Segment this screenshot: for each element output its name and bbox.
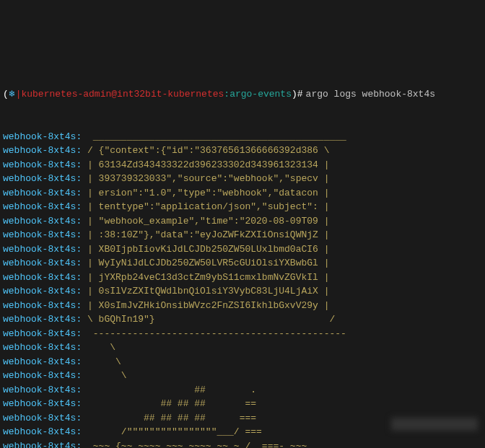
log-line: webhook-8xt4s: ## . [3, 383, 482, 398]
log-line: webhook-8xt4s: | "webhook_example","time… [3, 214, 482, 229]
log-line: webhook-8xt4s: | :38:10Z"},"data":"eyJoZ… [3, 228, 482, 242]
pod-name-label: webhook-8xt4s: [3, 272, 82, 283]
log-line: webhook-8xt4s: \ bGQhIn19"} / [3, 312, 482, 327]
log-line: webhook-8xt4s: | ersion":"1.0","type":"w… [3, 186, 482, 201]
prompt-open-paren: ( [3, 87, 9, 102]
log-content: | "webhook_example","time":"2020-08-09T0… [82, 216, 329, 227]
pod-name-label: webhook-8xt4s: [3, 426, 82, 437]
pod-name-label: webhook-8xt4s: [3, 173, 82, 184]
log-line: webhook-8xt4s: | jYXRpb24veC13d3ctZm9ybS… [3, 271, 482, 285]
log-content: | 393739323033","source":"webhook","spec… [82, 173, 329, 184]
log-line: webhook-8xt4s: | X0sImJvZHkiOnsibWVzc2Fn… [3, 299, 482, 313]
log-content: \ bGQhIn19"} / [82, 314, 335, 325]
log-line: webhook-8xt4s: _________________________… [3, 130, 482, 144]
log-content: | WyIyNiJdLCJDb250ZW50LVR5cGUiOlsiYXBwbG… [82, 258, 329, 268]
pod-name-label: webhook-8xt4s: [3, 201, 82, 212]
prompt-symbol: # [297, 87, 303, 102]
log-content: | 63134Zd343433322d396233302d34396132313… [82, 159, 329, 170]
log-line: webhook-8xt4s: / {"context":{"id":"36376… [3, 144, 482, 158]
command-text: argo logs webhook-8xt4s [306, 87, 435, 102]
pod-name-label: webhook-8xt4s: [3, 356, 82, 367]
log-line: webhook-8xt4s: | 63134Zd343433322d396233… [3, 158, 482, 172]
pod-name-label: webhook-8xt4s: [3, 441, 82, 449]
log-content: | tenttype":"application/json","subject"… [82, 201, 329, 212]
log-content: | XB0IjpbIiovKiJdLCJDb250ZW50LUxlbmd0aCI… [82, 244, 329, 255]
pod-name-label: webhook-8xt4s: [3, 286, 82, 297]
log-content: ## ## ## ## === [82, 413, 256, 423]
log-content: \ [82, 342, 115, 353]
pod-name-label: webhook-8xt4s: [3, 314, 82, 325]
snowflake-icon: ❄ [9, 87, 15, 102]
log-content: | ersion":"1.0","type":"webhook","dataco… [82, 188, 329, 198]
pod-name-label: webhook-8xt4s: [3, 328, 82, 339]
log-output: webhook-8xt4s: _________________________… [3, 130, 482, 449]
log-line: webhook-8xt4s: \ [3, 369, 482, 383]
log-content: | X0sImJvZHkiOnsibWVzc2FnZSI6IkhlbGxvV29… [82, 300, 329, 311]
pod-name-label: webhook-8xt4s: [3, 385, 82, 395]
log-line: webhook-8xt4s: \ [3, 355, 482, 369]
blurred-overlay [391, 418, 478, 431]
log-line: webhook-8xt4s: | 0sIlVzZXItQWdlbnQiOlsiY… [3, 284, 482, 299]
log-content: | jYXRpb24veC13d3ctZm9ybS11cmxlbmNvZGVkI… [82, 272, 329, 283]
log-content: | :38:10Z"},"data":"eyJoZWFkZXIiOnsiQWNj… [82, 229, 329, 240]
log-content: ----------------------------------------… [82, 328, 346, 339]
prompt-user: kubernetes-admin@int32bit-kubernetes [21, 87, 224, 102]
pod-name-label: webhook-8xt4s: [3, 145, 82, 156]
prompt-context: argo-events [230, 87, 292, 102]
pod-name-label: webhook-8xt4s: [3, 216, 82, 227]
pod-name-label: webhook-8xt4s: [3, 398, 82, 409]
log-content: ________________________________________… [82, 131, 346, 142]
prompt-colon: : [224, 87, 230, 102]
prompt-close-paren: ) [292, 87, 297, 102]
log-line: webhook-8xt4s: \ [3, 341, 482, 355]
pod-name-label: webhook-8xt4s: [3, 188, 82, 198]
log-content: | 0sIlVzZXItQWdlbnQiOlsiY3VybC83LjU4LjAi… [82, 286, 329, 297]
terminal-window[interactable]: (❄|kubernetes-admin@int32bit-kubernetes:… [3, 59, 482, 448]
log-line: webhook-8xt4s: | 393739323033","source":… [3, 172, 482, 186]
pod-name-label: webhook-8xt4s: [3, 413, 82, 423]
log-line: webhook-8xt4s: -------------------------… [3, 327, 482, 341]
prompt-separator: | [16, 87, 22, 102]
pod-name-label: webhook-8xt4s: [3, 300, 82, 311]
log-content: ## ## ## == [82, 398, 256, 409]
log-content: \ [82, 370, 126, 381]
pod-name-label: webhook-8xt4s: [3, 131, 82, 142]
log-line: webhook-8xt4s: | XB0IjpbIiovKiJdLCJDb250… [3, 242, 482, 257]
pod-name-label: webhook-8xt4s: [3, 342, 82, 353]
log-content: /""""""""""""""""___/ === [82, 426, 262, 437]
pod-name-label: webhook-8xt4s: [3, 229, 82, 240]
log-line: webhook-8xt4s: | tenttype":"application/… [3, 200, 482, 214]
log-content: \ [82, 356, 121, 367]
log-content: ~~~ {~~ ~~~~ ~~~ ~~~~ ~~ ~ / ===- ~~~ [82, 441, 307, 449]
log-line: webhook-8xt4s: ~~~ {~~ ~~~~ ~~~ ~~~~ ~~ … [3, 439, 482, 449]
log-content: ## . [82, 385, 256, 395]
prompt-line-top: (❄|kubernetes-admin@int32bit-kubernetes:… [3, 87, 482, 102]
log-line: webhook-8xt4s: ## ## ## == [3, 397, 482, 411]
log-content: / {"context":{"id":"36376561366666392d38… [82, 145, 329, 156]
pod-name-label: webhook-8xt4s: [3, 159, 82, 170]
log-line: webhook-8xt4s: | WyIyNiJdLCJDb250ZW50LVR… [3, 256, 482, 271]
pod-name-label: webhook-8xt4s: [3, 244, 82, 255]
pod-name-label: webhook-8xt4s: [3, 258, 82, 268]
pod-name-label: webhook-8xt4s: [3, 370, 82, 381]
